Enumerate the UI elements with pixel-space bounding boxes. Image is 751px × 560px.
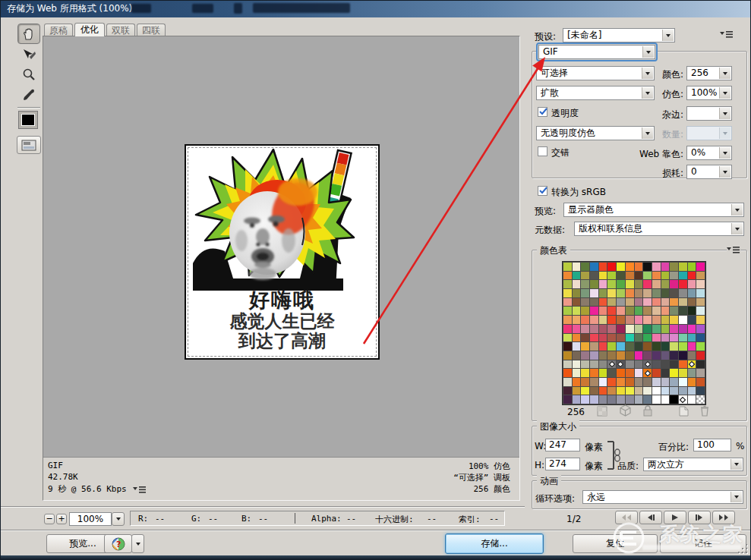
color-swatch[interactable] <box>688 334 696 342</box>
color-swatch[interactable] <box>563 369 572 377</box>
color-swatch[interactable] <box>679 334 687 342</box>
color-swatch[interactable] <box>590 325 598 333</box>
color-swatch[interactable] <box>617 369 625 377</box>
color-swatch[interactable] <box>670 334 678 342</box>
color-swatch[interactable] <box>607 342 616 351</box>
color-swatch[interactable] <box>635 351 643 360</box>
matte-select[interactable] <box>686 106 732 121</box>
color-swatch[interactable] <box>635 325 643 333</box>
colors-select[interactable]: 256 <box>686 66 732 80</box>
color-swatch[interactable] <box>19 112 37 128</box>
color-swatch[interactable] <box>563 298 572 307</box>
color-swatch[interactable] <box>679 280 687 288</box>
play-button[interactable] <box>664 511 686 524</box>
color-swatch[interactable] <box>696 387 705 395</box>
color-swatch[interactable] <box>679 351 687 360</box>
color-swatch[interactable] <box>696 342 705 351</box>
color-swatch[interactable] <box>617 272 625 280</box>
lossy-select[interactable]: 0 <box>686 165 732 179</box>
color-swatch[interactable] <box>635 307 643 315</box>
color-swatch[interactable] <box>661 334 670 342</box>
tab-original[interactable]: 原稿 <box>44 24 73 36</box>
color-swatch[interactable] <box>679 395 687 404</box>
color-swatch[interactable] <box>617 263 625 271</box>
color-swatch[interactable] <box>590 360 598 369</box>
color-swatch[interactable] <box>599 325 607 333</box>
color-swatch[interactable] <box>661 307 670 315</box>
color-swatch[interactable] <box>599 378 607 386</box>
zoom-in-button[interactable]: + <box>56 514 67 524</box>
color-swatch[interactable] <box>670 378 678 386</box>
color-swatch[interactable] <box>652 316 661 324</box>
delete-color-icon[interactable] <box>699 404 711 417</box>
color-swatch[interactable] <box>635 387 643 395</box>
resize-grip[interactable] <box>738 544 747 553</box>
transparency-checkbox[interactable] <box>538 107 547 117</box>
color-swatch[interactable] <box>581 395 589 404</box>
width-input[interactable]: 247 <box>545 439 580 451</box>
color-swatch[interactable] <box>599 369 607 377</box>
color-swatch[interactable] <box>626 307 634 315</box>
color-swatch[interactable] <box>573 342 581 351</box>
browser-select-button[interactable]: ? <box>104 534 132 553</box>
color-swatch[interactable] <box>626 298 634 307</box>
color-swatch[interactable] <box>696 360 705 369</box>
color-swatch[interactable] <box>635 316 643 324</box>
color-swatch[interactable] <box>643 369 652 377</box>
color-swatch[interactable] <box>617 325 625 333</box>
color-swatch[interactable] <box>599 298 607 307</box>
color-swatch[interactable] <box>661 263 670 271</box>
color-swatch[interactable] <box>607 378 616 386</box>
color-swatch[interactable] <box>626 378 634 386</box>
color-swatch[interactable] <box>661 378 670 386</box>
color-swatch[interactable] <box>670 325 678 333</box>
color-swatch[interactable] <box>635 342 643 351</box>
remember-button[interactable]: 记住 <box>660 534 746 553</box>
zoom-dropdown-button[interactable] <box>112 512 125 526</box>
color-swatch[interactable] <box>590 272 598 280</box>
zoom-tool[interactable] <box>19 65 39 83</box>
slice-select-tool[interactable] <box>19 46 39 63</box>
color-swatch[interactable] <box>563 378 572 386</box>
dither-method-select[interactable]: 扩散 <box>536 86 655 100</box>
color-swatch[interactable] <box>581 342 589 351</box>
color-swatch[interactable] <box>607 334 616 342</box>
transparency-dither-select[interactable]: 无透明度仿色 <box>536 126 655 140</box>
color-swatch[interactable] <box>590 316 598 324</box>
color-swatch[interactable] <box>607 387 616 395</box>
color-swatch[interactable] <box>688 263 696 271</box>
color-swatch[interactable] <box>635 395 643 404</box>
color-swatch[interactable] <box>626 334 634 342</box>
first-frame-button[interactable] <box>615 511 638 524</box>
color-swatch[interactable] <box>643 289 652 297</box>
color-swatch[interactable] <box>661 298 670 307</box>
color-swatch[interactable] <box>617 334 625 342</box>
color-table-menu-icon[interactable] <box>727 246 740 254</box>
color-swatch[interactable] <box>635 369 643 377</box>
color-swatch[interactable] <box>643 334 652 342</box>
color-swatch[interactable] <box>696 307 705 315</box>
color-swatch[interactable] <box>661 316 670 324</box>
color-swatch[interactable] <box>635 263 643 271</box>
color-swatch[interactable] <box>607 351 616 360</box>
color-swatch[interactable] <box>563 263 572 271</box>
color-swatch[interactable] <box>563 289 572 297</box>
dither-amount-select[interactable]: 100% <box>686 86 732 100</box>
color-swatch[interactable] <box>696 316 705 324</box>
color-swatch[interactable] <box>696 351 705 360</box>
color-swatch[interactable] <box>581 298 589 307</box>
color-swatch[interactable] <box>607 369 616 377</box>
color-swatch[interactable] <box>652 342 661 351</box>
color-swatch[interactable] <box>607 272 616 280</box>
color-swatch[interactable] <box>688 316 696 324</box>
color-swatch[interactable] <box>573 387 581 395</box>
loop-options-select[interactable]: 永远 <box>582 490 743 504</box>
color-swatch[interactable] <box>643 360 652 369</box>
color-swatch[interactable] <box>607 263 616 271</box>
color-swatch[interactable] <box>563 325 572 333</box>
color-swatch[interactable] <box>581 334 589 342</box>
next-frame-button[interactable] <box>688 511 711 524</box>
web-snap-select[interactable]: 0% <box>686 146 732 160</box>
format-select[interactable]: GIF <box>538 45 655 59</box>
color-swatch[interactable] <box>599 360 607 369</box>
